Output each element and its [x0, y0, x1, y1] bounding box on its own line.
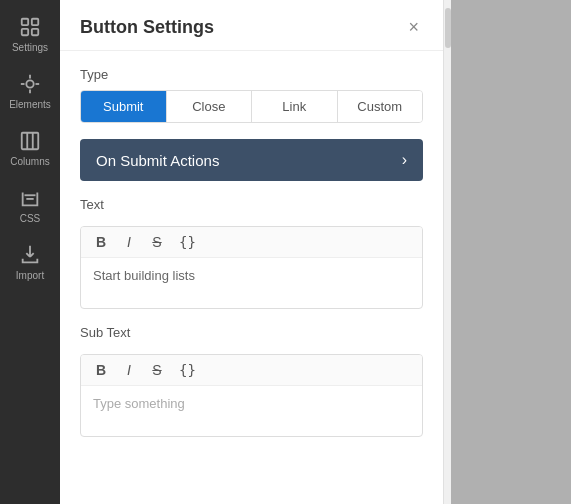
- sub-text-italic-btn[interactable]: I: [119, 361, 139, 379]
- text-italic-btn[interactable]: I: [119, 233, 139, 251]
- import-icon: [19, 244, 41, 266]
- sub-text-bold-btn[interactable]: B: [91, 361, 111, 379]
- text-editor-toolbar: B I S {}: [81, 227, 422, 258]
- sidebar-label-settings: Settings: [12, 42, 48, 53]
- type-label: Type: [80, 67, 423, 82]
- dialog-body: Type Submit Close Link Custom On Submit …: [60, 51, 443, 504]
- css-icon: [19, 187, 41, 209]
- scroll-thumb[interactable]: [445, 8, 451, 48]
- text-strike-btn[interactable]: S: [147, 233, 167, 251]
- text-section: Text B I S {} Start building lists: [80, 197, 423, 309]
- text-bold-btn[interactable]: B: [91, 233, 111, 251]
- sub-text-section-label: Sub Text: [80, 325, 423, 340]
- type-btn-submit[interactable]: Submit: [81, 91, 167, 122]
- action-bar-arrow-icon: ›: [402, 151, 407, 169]
- sidebar-label-import: Import: [16, 270, 44, 281]
- text-section-label: Text: [80, 197, 423, 212]
- text-editor-content[interactable]: Start building lists: [81, 258, 422, 308]
- sub-text-editor-toolbar: B I S {}: [81, 355, 422, 386]
- close-button[interactable]: ×: [404, 16, 423, 38]
- sub-text-editor-placeholder[interactable]: Type something: [81, 386, 422, 436]
- sub-text-strike-btn[interactable]: S: [147, 361, 167, 379]
- sidebar-label-css: CSS: [20, 213, 41, 224]
- type-btn-link[interactable]: Link: [252, 91, 338, 122]
- text-code-btn[interactable]: {}: [175, 233, 200, 251]
- type-section: Type Submit Close Link Custom: [80, 67, 423, 123]
- svg-point-4: [26, 80, 33, 87]
- type-btn-close[interactable]: Close: [167, 91, 253, 122]
- svg-rect-2: [22, 29, 28, 35]
- dialog-title: Button Settings: [80, 17, 214, 38]
- scroll-track: [443, 0, 451, 504]
- sidebar-label-elements: Elements: [9, 99, 51, 110]
- sub-text-section: Sub Text B I S {} Type something: [80, 325, 423, 437]
- type-button-group: Submit Close Link Custom: [80, 90, 423, 123]
- sidebar-item-css[interactable]: CSS: [0, 179, 60, 232]
- svg-rect-3: [32, 29, 38, 35]
- main-panel: Button Settings × Type Submit Close Link…: [60, 0, 443, 504]
- settings-icon: [19, 16, 41, 38]
- dialog: Button Settings × Type Submit Close Link…: [60, 0, 443, 504]
- sub-text-code-btn[interactable]: {}: [175, 361, 200, 379]
- sub-text-editor-box: B I S {} Type something: [80, 354, 423, 437]
- sidebar-item-settings[interactable]: Settings: [0, 8, 60, 61]
- elements-icon: [19, 73, 41, 95]
- svg-rect-0: [22, 19, 28, 25]
- text-editor-box: B I S {} Start building lists: [80, 226, 423, 309]
- on-submit-actions-bar[interactable]: On Submit Actions ›: [80, 139, 423, 181]
- type-btn-custom[interactable]: Custom: [338, 91, 423, 122]
- right-panel: [451, 0, 571, 504]
- sidebar-item-import[interactable]: Import: [0, 236, 60, 289]
- svg-rect-9: [22, 133, 39, 150]
- action-bar-label: On Submit Actions: [96, 152, 219, 169]
- svg-rect-1: [32, 19, 38, 25]
- dialog-header: Button Settings ×: [60, 0, 443, 51]
- sidebar-item-elements[interactable]: Elements: [0, 65, 60, 118]
- columns-icon: [19, 130, 41, 152]
- sidebar: Settings Elements Columns: [0, 0, 60, 504]
- sidebar-item-columns[interactable]: Columns: [0, 122, 60, 175]
- sidebar-label-columns: Columns: [10, 156, 49, 167]
